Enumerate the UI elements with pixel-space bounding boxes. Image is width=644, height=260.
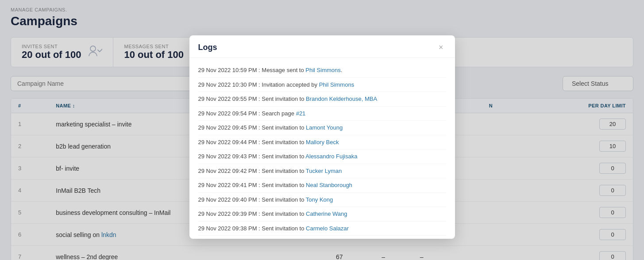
log-entry: 29 Nov 2022 09:37 PM : Sent invitation t… xyxy=(198,236,446,239)
logs-modal: Logs × 29 Nov 2022 10:59 PM : Message se… xyxy=(189,35,455,239)
modal-body: 29 Nov 2022 10:59 PM : Message sent to P… xyxy=(189,58,455,239)
modal-title: Logs xyxy=(198,43,217,52)
log-link[interactable]: Lamont Young xyxy=(306,124,343,131)
log-entry: 29 Nov 2022 09:45 PM : Sent invitation t… xyxy=(198,121,446,135)
log-link[interactable]: Tony Kong xyxy=(306,196,333,203)
log-entry: 29 Nov 2022 09:41 PM : Sent invitation t… xyxy=(198,178,446,193)
modal-header: Logs × xyxy=(189,35,455,58)
log-entry: 29 Nov 2022 09:39 PM : Sent invitation t… xyxy=(198,207,446,222)
log-link[interactable]: #21 xyxy=(296,110,306,117)
log-entry: 29 Nov 2022 09:40 PM : Sent invitation t… xyxy=(198,193,446,207)
log-link[interactable]: Brandon Kelderhouse, MBA xyxy=(306,96,377,102)
log-entry: 29 Nov 2022 10:30 PM : Invitation accept… xyxy=(198,78,446,92)
modal-overlay: Logs × 29 Nov 2022 10:59 PM : Message se… xyxy=(0,0,644,260)
log-link[interactable]: Alessandro Fujisaka xyxy=(305,153,357,160)
log-entry: 29 Nov 2022 09:54 PM : Search page #21 xyxy=(198,107,446,121)
log-link[interactable]: Carmelo Salazar xyxy=(306,225,349,232)
log-entry: 29 Nov 2022 09:44 PM : Sent invitation t… xyxy=(198,135,446,150)
log-link[interactable]: Catherine Wang xyxy=(306,210,347,217)
log-entry: 29 Nov 2022 09:38 PM : Sent invitation t… xyxy=(198,222,446,236)
log-entry: 29 Nov 2022 09:43 PM : Sent invitation t… xyxy=(198,149,446,164)
log-link[interactable]: Mallory Beck xyxy=(306,139,339,145)
log-link[interactable]: Phil Simmons xyxy=(305,67,340,73)
log-entry: 29 Nov 2022 10:59 PM : Message sent to P… xyxy=(198,63,446,78)
log-entry: 29 Nov 2022 09:42 PM : Sent invitation t… xyxy=(198,164,446,179)
modal-close-button[interactable]: × xyxy=(436,42,446,52)
log-link[interactable]: Tucker Lyman xyxy=(306,168,342,174)
log-link[interactable]: Neal Stanborough xyxy=(306,182,352,188)
log-link[interactable]: Phil Simmons xyxy=(319,81,354,88)
page-wrapper: MANAGE CAMPAIGNS. Campaigns INVITES SENT… xyxy=(0,0,644,260)
log-entry: 29 Nov 2022 09:55 PM : Sent invitation t… xyxy=(198,92,446,107)
